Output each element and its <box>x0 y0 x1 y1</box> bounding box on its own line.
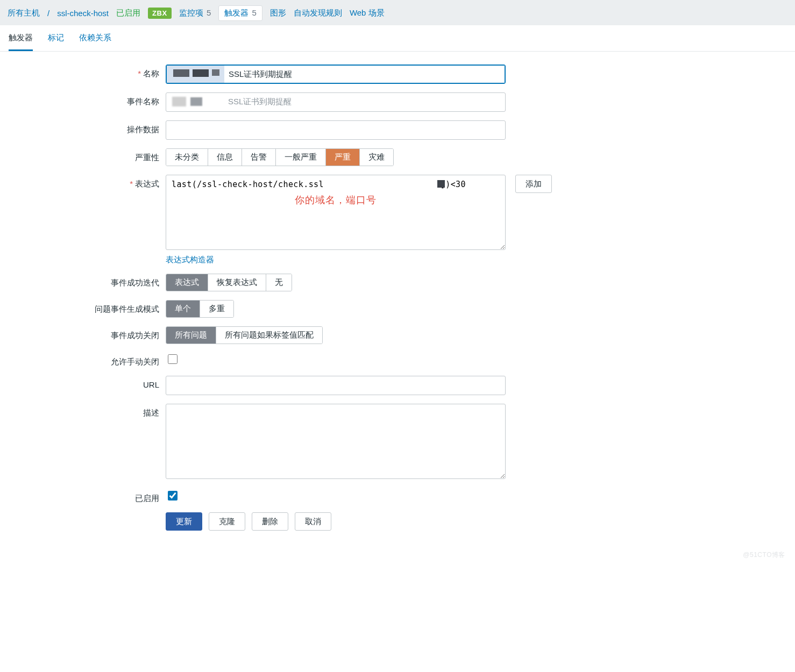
label-enabled: 已启用 <box>9 489 166 504</box>
event-name-input[interactable] <box>166 92 506 112</box>
gen-mode-1[interactable]: 多重 <box>200 301 233 317</box>
label-expression: *表达式 <box>9 175 166 189</box>
nav-graphs[interactable]: 图形 <box>270 8 286 18</box>
label-manual-close: 允许手动关闭 <box>9 353 166 367</box>
redaction-overlay <box>173 69 219 77</box>
actions: 更新 克隆 删除 取消 <box>166 512 331 531</box>
ok-close-group: 所有问题 所有问题如果标签值匹配 <box>166 326 323 344</box>
severity-4[interactable]: 严重 <box>326 149 360 166</box>
manual-close-checkbox[interactable] <box>168 354 178 364</box>
label-gen-mode: 问题事件生成模式 <box>9 300 166 314</box>
ok-iter-group: 表达式 恢复表达式 无 <box>166 274 292 291</box>
severity-3[interactable]: 一般严重 <box>276 149 326 166</box>
nav-triggers[interactable]: 触发器 5 <box>218 5 262 21</box>
label-ok-close: 事件成功关闭 <box>9 326 166 341</box>
ok-iter-2[interactable]: 无 <box>266 274 292 291</box>
label-ok-iter: 事件成功迭代 <box>9 274 166 288</box>
severity-5[interactable]: 灾难 <box>360 149 393 166</box>
nav-items-count: 5 <box>207 8 211 17</box>
severity-1[interactable]: 信息 <box>208 149 242 166</box>
severity-0[interactable]: 未分类 <box>166 149 208 166</box>
tabs: 触发器 标记 依赖关系 <box>0 25 795 52</box>
ok-close-1[interactable]: 所有问题如果标签值匹配 <box>216 327 322 344</box>
delete-button[interactable]: 删除 <box>252 512 288 531</box>
gen-mode-0[interactable]: 单个 <box>166 301 200 317</box>
ok-close-0[interactable]: 所有问题 <box>166 327 216 344</box>
trigger-form: *名称 事件名称 SSL证书到期提醒 操作数据 <box>0 52 795 563</box>
expression-builder-link[interactable]: 表达式构造器 <box>166 255 214 265</box>
separator: / <box>47 9 49 18</box>
tab-trigger[interactable]: 触发器 <box>9 33 33 51</box>
label-op-data: 操作数据 <box>9 120 166 135</box>
description-textarea[interactable] <box>166 404 506 479</box>
label-name: *名称 <box>9 65 166 79</box>
enabled-checkbox[interactable] <box>168 491 178 501</box>
nav-items-label: 监控项 <box>179 8 203 17</box>
add-button[interactable]: 添加 <box>515 175 552 193</box>
nav-web[interactable]: Web 场景 <box>350 8 385 18</box>
tab-dependencies[interactable]: 依赖关系 <box>79 33 111 51</box>
link-all-hosts[interactable]: 所有主机 <box>8 8 40 18</box>
label-description: 描述 <box>9 404 166 418</box>
link-host[interactable]: ssl-check-host <box>57 9 109 18</box>
ok-iter-1[interactable]: 恢复表达式 <box>208 274 266 291</box>
page: 所有主机 / ssl-check-host 已启用 ZBX 监控项 5 触发器 … <box>0 0 795 563</box>
gen-mode-group: 单个 多重 <box>166 300 234 318</box>
nav-triggers-count: 5 <box>252 8 257 17</box>
label-severity: 严重性 <box>9 148 166 163</box>
tab-tags[interactable]: 标记 <box>48 33 64 51</box>
status-enabled: 已启用 <box>116 8 140 18</box>
watermark: @51CTO博客 <box>743 551 785 560</box>
label-url: URL <box>9 376 166 389</box>
update-button[interactable]: 更新 <box>166 512 202 531</box>
nav-discovery[interactable]: 自动发现规则 <box>294 8 342 18</box>
url-input[interactable] <box>166 376 506 395</box>
redaction-overlay <box>172 97 202 106</box>
severity-group: 未分类 信息 告警 一般严重 严重 灾难 <box>166 148 394 166</box>
label-event-name: 事件名称 <box>9 92 166 107</box>
nav-triggers-label: 触发器 <box>224 8 249 17</box>
breadcrumb-bar: 所有主机 / ssl-check-host 已启用 ZBX 监控项 5 触发器 … <box>0 0 795 25</box>
event-placeholder: SSL证书到期提醒 <box>228 97 292 107</box>
clone-button[interactable]: 克隆 <box>209 512 245 531</box>
zbx-badge: ZBX <box>148 8 172 19</box>
ok-iter-0[interactable]: 表达式 <box>166 274 208 291</box>
severity-2[interactable]: 告警 <box>242 149 276 166</box>
expression-textarea[interactable] <box>166 175 506 250</box>
op-data-input[interactable] <box>166 120 506 140</box>
cancel-button[interactable]: 取消 <box>295 512 331 531</box>
nav-items[interactable]: 监控项 5 <box>179 8 211 18</box>
